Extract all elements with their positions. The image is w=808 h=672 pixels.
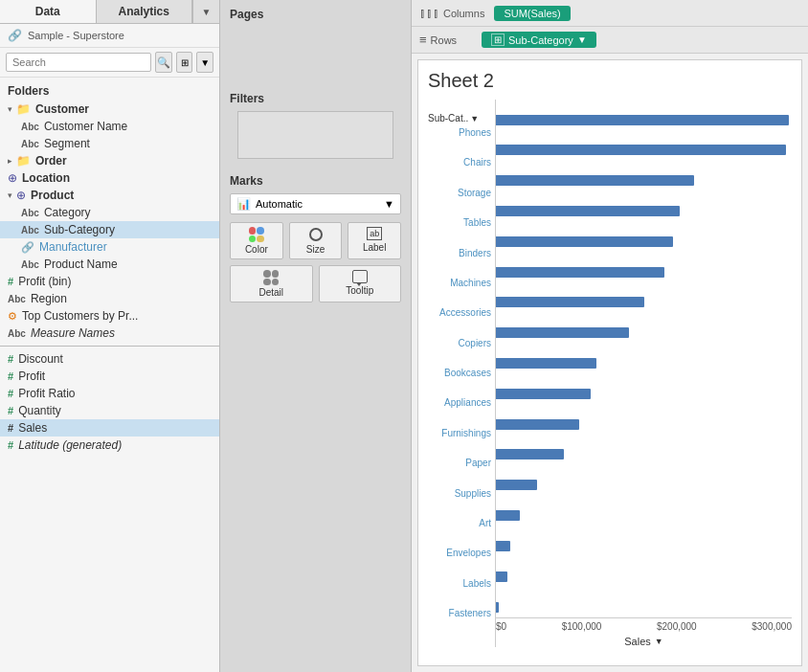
size-mark-button[interactable]: Size xyxy=(289,222,343,259)
product-geo-icon: ⊕ xyxy=(16,189,26,202)
folder-location[interactable]: ⊕ Location xyxy=(0,169,219,187)
grid-view-button[interactable]: ⊞ xyxy=(176,52,193,73)
folder-customer[interactable]: ▾ 📁 Customer xyxy=(0,101,219,118)
field-label-profit-bin: Profit (bin) xyxy=(18,275,71,288)
field-type-icon: Abc xyxy=(21,122,39,132)
bar-accessories xyxy=(496,296,792,309)
marks-section: Marks 📊 Automatic ▼ xyxy=(220,167,411,310)
field-product-name[interactable]: Abc Product Name xyxy=(0,256,219,273)
bar-labels xyxy=(496,570,792,583)
rows-label: ≡ Rows xyxy=(419,33,472,47)
x-label-0: $0 xyxy=(496,621,506,632)
fields-area: Folders ▾ 📁 Customer Abc Customer Name A… xyxy=(0,78,219,672)
search-row: 🔍 ⊞ ▼ xyxy=(0,48,219,78)
y-label-machines: Machines xyxy=(428,277,491,290)
folder-product[interactable]: ▾ ⊕ Product xyxy=(0,187,219,204)
folder-arrow-product: ▾ xyxy=(8,190,12,200)
field-label-manufacturer: Manufacturer xyxy=(39,240,107,254)
hash-icon: # xyxy=(8,405,13,416)
field-label-category: Category xyxy=(44,206,91,219)
folders-header: Folders xyxy=(0,81,219,101)
x-label-300k: $300,000 xyxy=(752,621,792,632)
sub-cat-filter-icon: ▼ xyxy=(470,114,479,123)
field-type-icon: Abc xyxy=(21,208,39,218)
location-geo-icon: ⊕ xyxy=(8,171,17,185)
marks-title: Marks xyxy=(230,174,401,188)
field-type-icon: Abc xyxy=(21,259,39,270)
field-measure-names[interactable]: Abc Measure Names xyxy=(0,325,219,342)
size-label: Size xyxy=(306,244,325,255)
detail-mark-button[interactable]: Detail xyxy=(230,265,313,302)
field-label-profit-ratio: Profit Ratio xyxy=(18,387,75,400)
y-label-chairs: Chairs xyxy=(428,156,491,169)
data-source-icon: 🔗 xyxy=(8,29,22,42)
field-manufacturer[interactable]: 🔗 Manufacturer xyxy=(0,238,219,256)
field-type-hash: # xyxy=(8,276,13,287)
columns-text: Columns xyxy=(443,8,484,19)
field-category[interactable]: Abc Category xyxy=(0,204,219,221)
field-sub-category[interactable]: Abc Sub-Category xyxy=(0,221,219,238)
left-panel: Data Analytics ▼ 🔗 Sample - Superstore 🔍… xyxy=(0,0,220,672)
field-top-customers[interactable]: ⚙ Top Customers by Pr... xyxy=(0,307,219,325)
columns-label: ⫿⫿⫿ Columns xyxy=(419,6,484,20)
y-label-accessories: Accessories xyxy=(428,306,491,320)
y-label-envelopes: Envelopes xyxy=(428,547,491,560)
folder-label-location: Location xyxy=(22,171,70,185)
filters-section: Filters xyxy=(220,92,411,167)
dropdown-arrow-icon: ▼ xyxy=(384,198,394,210)
pages-section: Pages xyxy=(220,0,411,92)
field-type-icon: Abc xyxy=(8,294,26,304)
hash-calc-icon: # xyxy=(8,388,13,399)
y-label-labels: Labels xyxy=(428,577,491,591)
field-sales[interactable]: # Sales xyxy=(0,419,219,437)
bar-furnishings xyxy=(496,417,792,431)
field-latitude[interactable]: # Latitude (generated) xyxy=(0,437,219,454)
field-discount[interactable]: # Discount xyxy=(0,350,219,368)
y-label-tables: Tables xyxy=(428,216,491,230)
field-type-icon: Abc xyxy=(21,139,39,149)
sort-button[interactable]: ▼ xyxy=(196,52,213,73)
field-profit[interactable]: # Profit xyxy=(0,368,219,385)
folder-icon-order: 📁 xyxy=(16,154,31,168)
filters-area[interactable] xyxy=(237,111,393,159)
panel-tab-arrow[interactable]: ▼ xyxy=(192,0,219,23)
chart-area: $0 $100,000 $200,000 $300,000 Sales ▼ xyxy=(495,100,792,647)
link-icon: 🔗 xyxy=(21,241,34,254)
folder-arrow-customer: ▾ xyxy=(8,104,12,114)
bar-machines xyxy=(496,265,792,279)
field-quantity[interactable]: # Quantity xyxy=(0,402,219,419)
y-label-art: Art xyxy=(428,517,491,530)
rows-icon: ≡ xyxy=(419,33,427,47)
sum-sales-pill[interactable]: SUM(Sales) xyxy=(494,6,570,21)
bar-chart-icon: 📊 xyxy=(236,197,251,211)
bar-bookcases xyxy=(496,357,792,370)
columns-shelf: ⫿⫿⫿ Columns SUM(Sales) xyxy=(412,0,808,27)
folder-order[interactable]: ▸ 📁 Order xyxy=(0,152,219,169)
field-label-sales: Sales xyxy=(18,421,47,435)
search-input[interactable] xyxy=(6,53,151,72)
field-region[interactable]: Abc Region xyxy=(0,290,219,307)
color-mark-button[interactable]: Color xyxy=(230,222,283,259)
field-segment[interactable]: Abc Segment xyxy=(0,135,219,152)
y-label-fasteners: Fasteners xyxy=(428,607,491,620)
field-profit-bin[interactable]: # Profit (bin) xyxy=(0,273,219,290)
bar-art xyxy=(496,509,792,523)
marks-type-label: Automatic xyxy=(256,198,303,210)
field-type-icon: Abc xyxy=(21,225,39,235)
label-icon: ab xyxy=(367,227,382,240)
axis-sort-icon[interactable]: ▼ xyxy=(655,637,663,646)
tab-analytics[interactable]: Analytics xyxy=(97,0,193,23)
bar-copiers xyxy=(496,326,792,340)
sub-category-pill[interactable]: ⊞ Sub-Category ▼ xyxy=(482,32,596,48)
tooltip-mark-button[interactable]: Tooltip xyxy=(319,265,402,302)
field-profit-ratio[interactable]: # Profit Ratio xyxy=(0,385,219,402)
tooltip-label: Tooltip xyxy=(346,285,373,296)
detail-label: Detail xyxy=(258,287,283,298)
x-axis-labels: $0 $100,000 $200,000 $300,000 xyxy=(496,621,792,634)
tab-data[interactable]: Data xyxy=(0,0,97,23)
field-customer-name[interactable]: Abc Customer Name xyxy=(0,118,219,135)
search-button[interactable]: 🔍 xyxy=(155,52,172,73)
label-mark-button[interactable]: ab Label xyxy=(348,222,401,259)
marks-type-dropdown[interactable]: 📊 Automatic ▼ xyxy=(230,193,401,214)
sub-cat-header[interactable]: Sub-Cat.. ▼ xyxy=(428,113,491,123)
